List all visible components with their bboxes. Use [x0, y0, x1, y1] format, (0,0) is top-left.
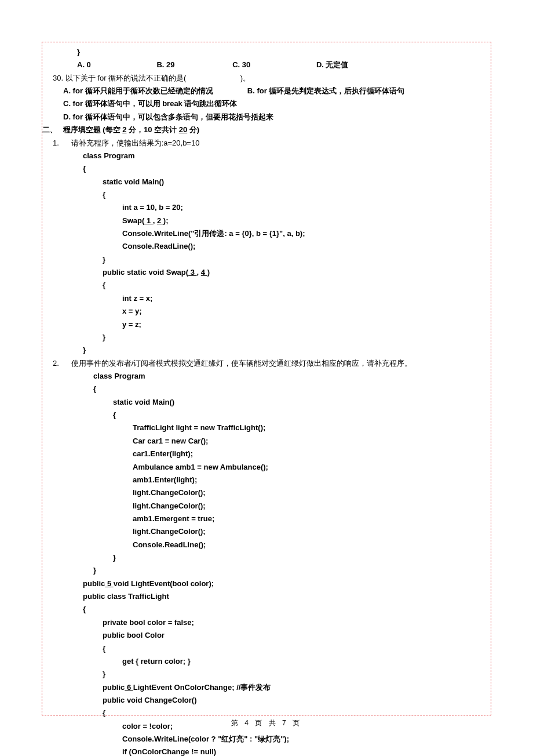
- code-line: get { return color; }: [83, 655, 485, 668]
- q29-opt-a: A. 0: [77, 59, 91, 71]
- page-content: } A. 0 B. 29 C. 30 D. 无定值 30. 以下关于 for 循…: [42, 46, 485, 756]
- code-line: {: [83, 642, 485, 655]
- fill1-code: class Program { static void Main() { int…: [42, 150, 485, 357]
- q30-opt-a: A. for 循环只能用于循环次数已经确定的情况: [63, 86, 213, 95]
- fill2-stem-row: 2. 使用事件的发布者/订阅者模式模拟交通红缘灯，使车辆能对交通红绿灯做出相应的…: [42, 357, 485, 370]
- swapdef-post: ): [207, 268, 210, 277]
- code-line: car1.Enter(light);: [93, 448, 485, 460]
- code-line: Console.ReadLine();: [93, 539, 485, 551]
- fill2-delegate-line: public 5 void LightEvent(bool color);: [42, 577, 485, 590]
- fill2-num: 2.: [53, 357, 69, 370]
- blank-3: 3: [188, 268, 196, 277]
- q29-opt-b: B. 29: [156, 59, 174, 71]
- blank-5: 5: [105, 579, 113, 588]
- code-line-swap: Swap( 1 , 2 );: [83, 215, 485, 227]
- q30-stem-pre: 30. 以下关于 for 循环的说法不正确的是(: [53, 74, 186, 82]
- code-line-swapdef: public static void Swap( 3 , 4 ): [83, 266, 485, 279]
- code-brace-close: }: [42, 46, 485, 59]
- code-line: Ambulance amb1 = new Ambulance();: [93, 461, 485, 474]
- code-line: class Program: [93, 370, 485, 383]
- code-line: amb1.Emergent = true;: [93, 513, 485, 525]
- blank-2: 2: [157, 216, 163, 225]
- swap-post: );: [163, 216, 169, 225]
- q29-options: A. 0 B. 29 C. 30 D. 无定值: [42, 59, 485, 71]
- fill1-stem: 请补充程序，使输出结果为:a=20,b=10: [71, 139, 200, 147]
- code-line: Console.WriteLine(color ? "红灯亮" : "绿灯亮")…: [83, 733, 485, 746]
- code-line: int a = 10, b = 20;: [83, 201, 485, 214]
- code-line: static void Main(): [83, 176, 485, 188]
- code-line: {: [83, 162, 485, 175]
- code-line: }: [83, 331, 485, 344]
- code-line: Car car1 = new Car();: [93, 435, 485, 448]
- code-line: public bool Color: [83, 629, 485, 642]
- code-line: if (OnColorChange != null): [83, 746, 485, 756]
- section2-title-pre: 程序填空题 (每空: [63, 125, 123, 134]
- page-dashed-border: } A. 0 B. 29 C. 30 D. 无定值 30. 以下关于 for 循…: [42, 42, 491, 715]
- code-line: static void Main(): [93, 396, 485, 409]
- code-line: {: [93, 409, 485, 421]
- code-line: light.ChangeColor();: [93, 525, 485, 538]
- delegate-pre: public: [83, 579, 105, 588]
- blank-1: 1: [144, 216, 152, 225]
- code-line: Console.WriteLine("引用传递: a = {0}, b = {1…: [83, 227, 485, 240]
- code-line: {: [83, 279, 485, 292]
- blank-4: 4: [201, 268, 207, 277]
- code-line: class Program: [83, 150, 485, 162]
- code-line: y = z;: [83, 318, 485, 331]
- code-line: private bool color = false;: [83, 616, 485, 629]
- code-line: }: [83, 253, 485, 266]
- section2-title-post: 分): [187, 125, 199, 134]
- blank-6: 6: [125, 683, 133, 692]
- code-line: Console.ReadLine();: [83, 240, 485, 253]
- swap-comma: ,: [153, 216, 157, 225]
- event-pre: public: [103, 683, 125, 692]
- code-line: {: [83, 603, 485, 616]
- fill1-num: 1.: [53, 137, 69, 150]
- fill2-code-traffic: public class TrafficLight { private bool…: [42, 590, 485, 756]
- q30-stem-post: )。: [240, 74, 250, 82]
- code-line: TrafficLight light = new TrafficLight();: [93, 421, 485, 434]
- q30-opt-d: D. for 循环体语句中，可以包含多条语句，但要用花括号括起来: [42, 111, 485, 123]
- fill2-stem: 使用事件的发布者/订阅者模式模拟交通红缘灯，使车辆能对交通红绿灯做出相应的响应，…: [71, 359, 412, 368]
- code-line: {: [93, 383, 485, 395]
- q29-opt-d: D. 无定值: [316, 59, 349, 71]
- swapdef-pre: public static void Swap(: [103, 268, 188, 277]
- swap-pre: Swap(: [122, 216, 144, 225]
- q30-opt-b: B. for 循环是先判定表达式，后执行循环体语句: [247, 86, 405, 95]
- code-line: }: [83, 344, 485, 357]
- section2-title-mid2: 分，10 空共计: [126, 125, 178, 134]
- code-line: light.ChangeColor();: [93, 500, 485, 513]
- code-line: light.ChangeColor();: [93, 486, 485, 499]
- event-post: LightEvent OnColorChange; //事件发布: [133, 683, 271, 692]
- page-footer: 第 4 页 共 7 页: [0, 718, 533, 728]
- swapdef-comma: ,: [197, 268, 201, 277]
- code-line: }: [83, 668, 485, 681]
- section2-header: 二、 程序填空题 (每空 2 分，10 空共计 20 分): [42, 123, 485, 136]
- q30-opt-c: C. for 循环体语句中，可以用 break 语句跳出循环体: [42, 97, 485, 110]
- q29-opt-c: C. 30: [232, 59, 250, 71]
- section2-score-total: 20: [179, 125, 187, 134]
- code-line-event: public 6 LightEvent OnColorChange; //事件发…: [83, 681, 485, 694]
- code-line: public void ChangeColor(): [83, 694, 485, 707]
- fill1-stem-row: 1. 请补充程序，使输出结果为:a=20,b=10: [42, 137, 485, 150]
- delegate-post: void LightEvent(bool color);: [114, 579, 214, 588]
- code-line: }: [93, 551, 485, 564]
- code-line: amb1.Enter(light);: [93, 474, 485, 486]
- code-line: }: [93, 564, 485, 577]
- code-line: int z = x;: [83, 292, 485, 305]
- q30-row1: A. for 循环只能用于循环次数已经确定的情况 B. for 循环是先判定表达…: [42, 85, 485, 97]
- q30-stem: 30. 以下关于 for 循环的说法不正确的是( )。: [42, 72, 485, 85]
- code-line: x = y;: [83, 305, 485, 318]
- code-line: {: [83, 188, 485, 201]
- code-line: public class TrafficLight: [83, 590, 485, 603]
- section2-num: 二、: [42, 123, 61, 136]
- fill2-code: class Program { static void Main() { Tra…: [42, 370, 485, 577]
